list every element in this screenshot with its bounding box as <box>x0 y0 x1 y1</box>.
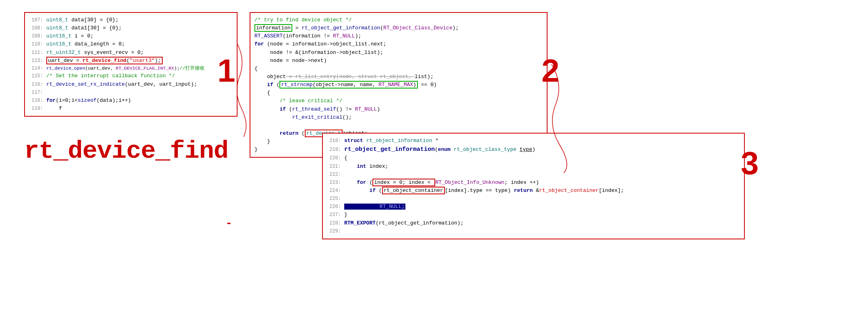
code-line: 220: { <box>327 154 740 162</box>
code-line: information = rt_object_get_information(… <box>254 24 543 32</box>
code-line: { <box>254 89 543 97</box>
code-box-3: 218: struct rt_object_information * 219:… <box>322 133 745 239</box>
code-line: rt_exit_critical(); <box>254 113 543 121</box>
code-line: node = node->next) <box>254 57 543 65</box>
label-1: 1 <box>217 52 236 89</box>
main-title: rt_device_find <box>24 137 228 165</box>
code-line: 227: } <box>327 211 740 219</box>
code-line: 221: int index; <box>327 163 740 171</box>
code-line: /* try to find device object */ <box>254 16 543 24</box>
code-line-bg-highlight: 226: return RT_NULL; <box>327 203 740 211</box>
code-box-1: 107: uint8_t data[30] = {0}; 108: uint8_… <box>24 12 238 117</box>
code-line-highlighted: 113: uart_dev = rt_device_find("usart3")… <box>29 57 233 65</box>
code-line: 224: if (rt_object_container[index].type… <box>327 187 740 195</box>
code-line: 222: <box>327 171 740 179</box>
code-line: 228: RTM_EXPORT(rt_object_get_informatio… <box>327 219 740 227</box>
code-line: RT_ASSERT(information != RT_NULL); <box>254 32 543 40</box>
code-line: 229: <box>327 227 740 235</box>
code-line: 118: for(i=0;i<sizeof(data);i++) <box>29 97 233 105</box>
code-line: /* leave critical */ <box>254 97 543 105</box>
code-line: object = rt_list_entry(node, struct rt_o… <box>254 73 543 81</box>
code-line: node != &(information->object_list); <box>254 49 543 57</box>
code-line: 107: uint8_t data[30] = {0}; <box>29 16 233 24</box>
code-line: 223: for (index = 0; index < RT_Object_I… <box>327 179 740 187</box>
label-2: 2 <box>541 52 560 89</box>
code-line <box>254 121 543 130</box>
code-line: 117: <box>29 89 233 97</box>
code-line: 108: uint8_t data1[30] = {0}; <box>29 24 233 32</box>
code-line: { <box>254 65 543 73</box>
code-line: 116: rt_device_set_rx_indicate(uart_dev,… <box>29 80 233 89</box>
code-line: for (node = information->object_list.nex… <box>254 40 543 48</box>
code-line: 111: rt_uint32_t sys_event_recv = 0; <box>29 49 233 57</box>
code-line: if (rt_thread_self() != RT_NULL) <box>254 105 543 113</box>
code-line: 225: <box>327 195 740 203</box>
code-line: 109: uint16_t i = 0; <box>29 32 233 40</box>
code-line: 119: f <box>29 105 233 113</box>
code-line: 115: /* Set the interrupt callback funct… <box>29 72 233 80</box>
code-line: 114: rt_device_open(uart_dev, RT_DEVICE_… <box>29 65 233 72</box>
label-3: 3 <box>741 145 759 182</box>
code-line: 218: struct rt_object_information * <box>327 137 740 145</box>
code-line: 219: rt_object_get_information(enum rt_o… <box>327 145 740 154</box>
dash: - <box>225 217 232 230</box>
code-line: if (rt_strncmp(object->name, name, RT_NA… <box>254 81 543 89</box>
code-line: 110: uint16_t data_length = 0; <box>29 40 233 48</box>
